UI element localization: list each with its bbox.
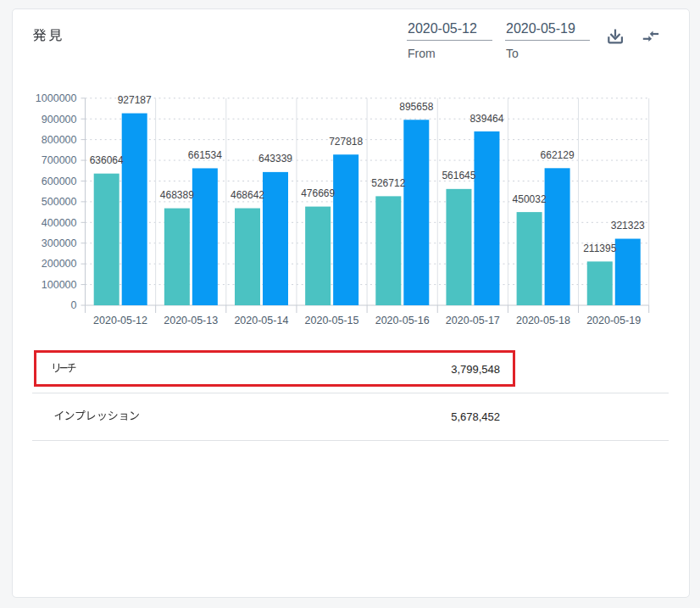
svg-text:700000: 700000 bbox=[42, 154, 77, 166]
svg-text:300000: 300000 bbox=[42, 237, 77, 249]
svg-text:2020-05-13: 2020-05-13 bbox=[164, 315, 218, 326]
svg-text:400000: 400000 bbox=[42, 217, 77, 229]
svg-text:2020-05-16: 2020-05-16 bbox=[375, 315, 430, 326]
svg-text:727818: 727818 bbox=[329, 136, 363, 148]
svg-text:500000: 500000 bbox=[42, 196, 77, 208]
svg-text:636064: 636064 bbox=[90, 154, 124, 166]
svg-text:662129: 662129 bbox=[541, 149, 575, 161]
svg-text:526712: 526712 bbox=[371, 177, 405, 189]
svg-text:468642: 468642 bbox=[231, 189, 264, 201]
svg-text:2020-05-14: 2020-05-14 bbox=[234, 315, 288, 326]
svg-text:321323: 321323 bbox=[611, 220, 645, 231]
svg-text:643339: 643339 bbox=[258, 153, 292, 165]
svg-text:900000: 900000 bbox=[42, 114, 77, 126]
svg-text:927187: 927187 bbox=[118, 94, 152, 106]
svg-text:2020-05-15: 2020-05-15 bbox=[305, 315, 359, 326]
svg-text:0: 0 bbox=[71, 299, 77, 311]
svg-text:661534: 661534 bbox=[188, 149, 222, 161]
svg-text:2020-05-19: 2020-05-19 bbox=[586, 315, 641, 326]
svg-text:200000: 200000 bbox=[42, 258, 77, 270]
svg-text:476669: 476669 bbox=[301, 187, 335, 199]
svg-text:895658: 895658 bbox=[399, 101, 433, 113]
svg-text:450032: 450032 bbox=[513, 193, 547, 205]
svg-text:1000000: 1000000 bbox=[36, 92, 77, 104]
svg-text:2020-05-18: 2020-05-18 bbox=[516, 315, 570, 326]
svg-text:2020-05-17: 2020-05-17 bbox=[446, 315, 500, 326]
svg-text:2020-05-12: 2020-05-12 bbox=[93, 315, 147, 326]
svg-text:100000: 100000 bbox=[42, 279, 77, 291]
svg-text:211395: 211395 bbox=[583, 243, 616, 254]
svg-text:800000: 800000 bbox=[42, 134, 77, 146]
svg-text:839464: 839464 bbox=[469, 113, 503, 125]
svg-text:600000: 600000 bbox=[42, 176, 77, 187]
svg-text:468389: 468389 bbox=[160, 189, 194, 201]
svg-text:561645: 561645 bbox=[442, 170, 475, 181]
